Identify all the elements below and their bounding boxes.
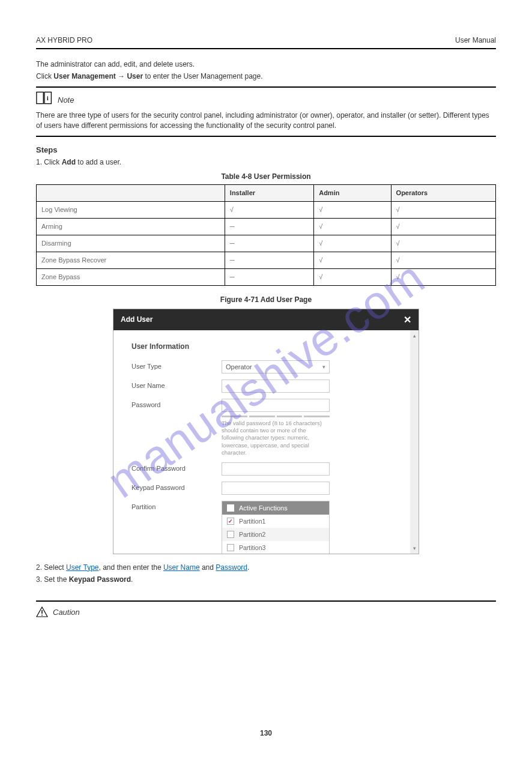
row-password: Password The valid password (8 to 16 cha… [131,399,392,457]
note-book-icon: i [36,91,53,104]
intro2-bold: User Management → User [53,72,143,80]
checkbox-icon[interactable] [227,544,234,551]
table-caption: Table 4-8 User Permission [36,172,496,181]
s2e: and [200,563,216,572]
s3b: Keypad Password [69,575,131,584]
intro-line-2: Click User Management → User to enter th… [36,72,496,80]
row-confirm-password: Confirm Password [131,462,392,476]
row-user-name: User Name [131,380,392,393]
confirm-password-input[interactable] [222,462,330,476]
td: √ [314,201,391,218]
section-header: User Information [131,342,392,351]
label-partition: Partition [131,501,222,510]
table-row: Disarming ─ √ √ [37,235,496,252]
label-confirm-password: Confirm Password [131,462,222,472]
caution-triangle-icon [36,606,48,617]
close-icon[interactable]: ✕ [404,314,411,325]
intro2-prefix: Click [36,72,53,80]
td: √ [391,252,495,268]
label-password: Password [131,399,222,408]
step1-b: Add [62,158,76,166]
note-separator-bottom [36,136,496,137]
td: √ [391,235,495,252]
checkbox-icon[interactable] [227,531,234,538]
step1-c: to add a user. [76,158,121,166]
label-user-type: User Type [131,360,222,370]
label-user-name: User Name [131,380,222,389]
s3a: 3. Set the [36,575,69,584]
step-3: 3. Set the Keypad Password. [36,575,496,585]
list-item-label: Partition1 [239,518,265,525]
s2g: . [247,563,249,572]
intro2-suffix: to enter the User Management page. [143,72,262,80]
td: Zone Bypass Recover [37,252,225,268]
td: ─ [225,268,313,285]
svg-rect-0 [37,92,43,103]
user-name-input[interactable] [222,380,330,393]
s2d: User Name [163,563,200,572]
td: √ [314,268,391,285]
s2f: Password [216,563,247,572]
user-permission-table: Installer Admin Operators Log Viewing √ … [36,184,496,286]
partition-listbox: Active Functions ✓ Partition1 Partition2 [222,501,330,553]
keypad-password-input[interactable] [222,482,330,495]
steps-title: Steps [36,145,496,154]
note-body: There are three type of users for the se… [36,110,496,131]
list-item-label: Partition2 [239,531,265,538]
td: ─ [225,252,313,268]
step1-a: 1. Click [36,158,62,166]
caution-label: Caution [53,608,80,617]
td: √ [391,268,495,285]
note-header: i Note [36,88,496,106]
td: √ [391,201,495,218]
svg-text:i: i [47,95,49,101]
th-3: Operators [391,184,495,201]
figure-caption: Figure 4-71 Add User Page [36,295,496,304]
page-header: AX HYBRID PRO User Manual [36,36,496,49]
th-0 [37,184,225,201]
td: Disarming [37,235,225,252]
note-label: Note [58,95,74,104]
list-item[interactable]: Partition2 [222,528,329,541]
scroll-track[interactable] [412,339,417,545]
user-type-value: Operator [226,363,252,370]
td: √ [314,218,391,235]
scroll-down-icon[interactable]: ▾ [411,545,417,551]
list-item[interactable]: Partition3 [222,541,329,553]
td: ─ [225,235,313,252]
header-right: User Manual [455,36,496,44]
dialog-titlebar: Add User ✕ [113,309,419,330]
add-user-dialog: Add User ✕ User Information User Type Op… [113,309,419,554]
after-figure-text: 2. Select User Type, and then enter the … [36,563,496,585]
list-header[interactable]: Active Functions [222,501,329,515]
s2b: User Type [66,563,98,572]
checkbox-icon[interactable] [227,504,234,512]
page-number: 130 [0,729,532,737]
user-type-select[interactable]: Operator ▾ [222,360,330,373]
scroll-up-icon[interactable]: ▴ [411,333,417,339]
s2a: 2. Select [36,563,66,572]
list-item-label: Partition3 [239,544,265,551]
s3c: . [131,575,133,584]
td: √ [225,201,313,218]
td: √ [314,252,391,268]
td: Zone Bypass [37,268,225,285]
list-item[interactable]: ✓ Partition1 [222,515,329,528]
dialog-title-text: Add User [121,315,153,324]
header-left: AX HYBRID PRO [36,36,92,44]
checkbox-icon[interactable]: ✓ [227,518,234,525]
scrollbar[interactable]: ▴ ▾ [410,330,419,554]
intro-line-1: The administrator can add, edit, and del… [36,60,496,68]
password-hint: The valid password (8 to 16 characters) … [222,420,330,457]
password-input[interactable] [222,399,330,412]
step-2: 2. Select User Type, and then enter the … [36,563,496,573]
table-row: Zone Bypass ─ √ √ [37,268,496,285]
table-row: Zone Bypass Recover ─ √ √ [37,252,496,268]
row-keypad-password: Keypad Password [131,482,392,495]
row-user-type: User Type Operator ▾ [131,360,392,373]
table-row: Log Viewing √ √ √ [37,201,496,218]
td: √ [314,235,391,252]
password-strength-meter [222,416,330,417]
td: Log Viewing [37,201,225,218]
chevron-down-icon: ▾ [322,364,325,370]
